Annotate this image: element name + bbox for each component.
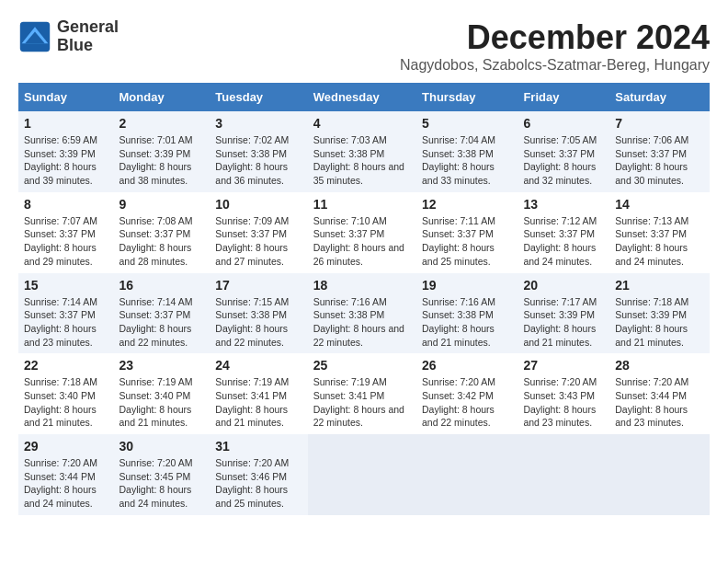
daylight-label: Daylight: 8 hours and 21 minutes. — [215, 404, 288, 429]
daylight-label: Daylight: 8 hours and 38 minutes. — [119, 161, 192, 186]
day-info: Sunrise: 7:14 AM Sunset: 3:37 PM Dayligh… — [24, 295, 108, 350]
table-row: 21 Sunrise: 7:18 AM Sunset: 3:39 PM Dayl… — [609, 273, 710, 354]
day-info: Sunrise: 7:18 AM Sunset: 3:40 PM Dayligh… — [24, 375, 108, 430]
daylight-label: Daylight: 8 hours and 21 minutes. — [24, 404, 97, 429]
sunset-label: Sunset: 3:38 PM — [215, 148, 287, 159]
day-info: Sunrise: 7:12 AM Sunset: 3:37 PM Dayligh… — [523, 214, 604, 269]
day-info: Sunrise: 7:06 AM Sunset: 3:37 PM Dayligh… — [615, 133, 704, 188]
header: General Blue December 2024 Nagydobos, Sz… — [18, 18, 710, 74]
daylight-label: Daylight: 8 hours and 22 minutes. — [422, 404, 495, 429]
table-row: 24 Sunrise: 7:19 AM Sunset: 3:41 PM Dayl… — [210, 353, 307, 434]
sunset-label: Sunset: 3:37 PM — [422, 228, 494, 239]
calendar-header-row: Sunday Monday Tuesday Wednesday Thursday… — [18, 83, 710, 111]
sunrise-label: Sunrise: 7:20 AM — [119, 457, 193, 468]
day-info: Sunrise: 7:19 AM Sunset: 3:41 PM Dayligh… — [215, 375, 301, 430]
day-info: Sunrise: 6:59 AM Sunset: 3:39 PM Dayligh… — [24, 133, 108, 188]
day-info: Sunrise: 7:13 AM Sunset: 3:37 PM Dayligh… — [615, 214, 704, 269]
sunset-label: Sunset: 3:37 PM — [523, 228, 595, 239]
day-info: Sunrise: 7:16 AM Sunset: 3:38 PM Dayligh… — [313, 295, 411, 350]
day-number: 8 — [24, 197, 108, 212]
table-row — [518, 434, 609, 515]
table-row: 16 Sunrise: 7:14 AM Sunset: 3:37 PM Dayl… — [114, 273, 210, 354]
sunset-label: Sunset: 3:37 PM — [215, 228, 287, 239]
page-container: General Blue December 2024 Nagydobos, Sz… — [18, 18, 710, 515]
day-number: 29 — [24, 439, 108, 454]
day-info: Sunrise: 7:07 AM Sunset: 3:37 PM Dayligh… — [24, 214, 108, 269]
sunset-label: Sunset: 3:41 PM — [215, 390, 287, 401]
daylight-label: Daylight: 8 hours and 22 minutes. — [313, 323, 404, 348]
sunrise-label: Sunrise: 7:12 AM — [523, 215, 597, 226]
sunrise-label: Sunrise: 7:20 AM — [615, 376, 688, 387]
col-monday: Monday — [114, 83, 210, 111]
day-number: 25 — [313, 358, 411, 373]
day-number: 6 — [523, 116, 604, 131]
table-row: 7 Sunrise: 7:06 AM Sunset: 3:37 PM Dayli… — [609, 111, 710, 192]
day-info: Sunrise: 7:15 AM Sunset: 3:38 PM Dayligh… — [215, 295, 301, 350]
day-number: 21 — [615, 278, 704, 293]
sunset-label: Sunset: 3:38 PM — [313, 148, 385, 159]
table-row: 23 Sunrise: 7:19 AM Sunset: 3:40 PM Dayl… — [114, 353, 210, 434]
day-number: 5 — [422, 116, 512, 131]
day-info: Sunrise: 7:20 AM Sunset: 3:42 PM Dayligh… — [422, 375, 512, 430]
sunrise-label: Sunrise: 7:18 AM — [615, 296, 688, 307]
day-number: 26 — [422, 358, 512, 373]
table-row: 12 Sunrise: 7:11 AM Sunset: 3:37 PM Dayl… — [416, 192, 518, 273]
table-row: 6 Sunrise: 7:05 AM Sunset: 3:37 PM Dayli… — [518, 111, 609, 192]
subtitle: Nagydobos, Szabolcs-Szatmar-Bereg, Hunga… — [400, 57, 710, 74]
daylight-label: Daylight: 8 hours and 33 minutes. — [422, 161, 495, 186]
sunset-label: Sunset: 3:44 PM — [24, 471, 96, 482]
calendar-week-row: 22 Sunrise: 7:18 AM Sunset: 3:40 PM Dayl… — [18, 353, 710, 434]
sunset-label: Sunset: 3:37 PM — [615, 148, 687, 159]
table-row: 20 Sunrise: 7:17 AM Sunset: 3:39 PM Dayl… — [518, 273, 609, 354]
daylight-label: Daylight: 8 hours and 22 minutes. — [119, 323, 192, 348]
sunrise-label: Sunrise: 7:10 AM — [313, 215, 387, 226]
day-info: Sunrise: 7:14 AM Sunset: 3:37 PM Dayligh… — [119, 295, 205, 350]
day-info: Sunrise: 7:20 AM Sunset: 3:46 PM Dayligh… — [215, 456, 301, 511]
sunrise-label: Sunrise: 7:20 AM — [422, 376, 495, 387]
table-row: 19 Sunrise: 7:16 AM Sunset: 3:38 PM Dayl… — [416, 273, 518, 354]
sunrise-label: Sunrise: 6:59 AM — [24, 134, 97, 145]
day-info: Sunrise: 7:20 AM Sunset: 3:44 PM Dayligh… — [615, 375, 704, 430]
table-row: 25 Sunrise: 7:19 AM Sunset: 3:41 PM Dayl… — [308, 353, 416, 434]
main-title: December 2024 — [400, 18, 710, 57]
sunset-label: Sunset: 3:38 PM — [215, 309, 287, 320]
sunset-label: Sunset: 3:38 PM — [422, 309, 494, 320]
daylight-label: Daylight: 8 hours and 24 minutes. — [24, 484, 97, 509]
sunset-label: Sunset: 3:41 PM — [313, 390, 385, 401]
sunrise-label: Sunrise: 7:15 AM — [215, 296, 289, 307]
day-number: 15 — [24, 278, 108, 293]
daylight-label: Daylight: 8 hours and 21 minutes. — [422, 323, 495, 348]
sunset-label: Sunset: 3:46 PM — [215, 471, 287, 482]
logo-line2: Blue — [57, 37, 119, 55]
daylight-label: Daylight: 8 hours and 22 minutes. — [313, 404, 404, 429]
col-sunday: Sunday — [18, 83, 114, 111]
daylight-label: Daylight: 8 hours and 23 minutes. — [615, 404, 688, 429]
table-row: 4 Sunrise: 7:03 AM Sunset: 3:38 PM Dayli… — [308, 111, 416, 192]
sunrise-label: Sunrise: 7:20 AM — [215, 457, 289, 468]
daylight-label: Daylight: 8 hours and 25 minutes. — [215, 484, 288, 509]
daylight-label: Daylight: 8 hours and 25 minutes. — [422, 242, 495, 267]
day-number: 27 — [523, 358, 604, 373]
table-row: 29 Sunrise: 7:20 AM Sunset: 3:44 PM Dayl… — [18, 434, 114, 515]
day-number: 4 — [313, 116, 411, 131]
sunrise-label: Sunrise: 7:03 AM — [313, 134, 387, 145]
daylight-label: Daylight: 8 hours and 24 minutes. — [615, 242, 688, 267]
table-row: 1 Sunrise: 6:59 AM Sunset: 3:39 PM Dayli… — [18, 111, 114, 192]
day-number: 2 — [119, 116, 205, 131]
table-row: 14 Sunrise: 7:13 AM Sunset: 3:37 PM Dayl… — [609, 192, 710, 273]
sunset-label: Sunset: 3:37 PM — [24, 309, 96, 320]
day-info: Sunrise: 7:05 AM Sunset: 3:37 PM Dayligh… — [523, 133, 604, 188]
calendar-week-row: 29 Sunrise: 7:20 AM Sunset: 3:44 PM Dayl… — [18, 434, 710, 515]
sunrise-label: Sunrise: 7:16 AM — [422, 296, 495, 307]
daylight-label: Daylight: 8 hours and 32 minutes. — [523, 161, 596, 186]
table-row: 17 Sunrise: 7:15 AM Sunset: 3:38 PM Dayl… — [210, 273, 307, 354]
daylight-label: Daylight: 8 hours and 29 minutes. — [24, 242, 97, 267]
table-row: 5 Sunrise: 7:04 AM Sunset: 3:38 PM Dayli… — [416, 111, 518, 192]
day-info: Sunrise: 7:01 AM Sunset: 3:39 PM Dayligh… — [119, 133, 205, 188]
table-row: 28 Sunrise: 7:20 AM Sunset: 3:44 PM Dayl… — [609, 353, 710, 434]
table-row: 2 Sunrise: 7:01 AM Sunset: 3:39 PM Dayli… — [114, 111, 210, 192]
table-row: 30 Sunrise: 7:20 AM Sunset: 3:45 PM Dayl… — [114, 434, 210, 515]
col-friday: Friday — [518, 83, 609, 111]
sunrise-label: Sunrise: 7:07 AM — [24, 215, 97, 226]
sunset-label: Sunset: 3:43 PM — [523, 390, 595, 401]
